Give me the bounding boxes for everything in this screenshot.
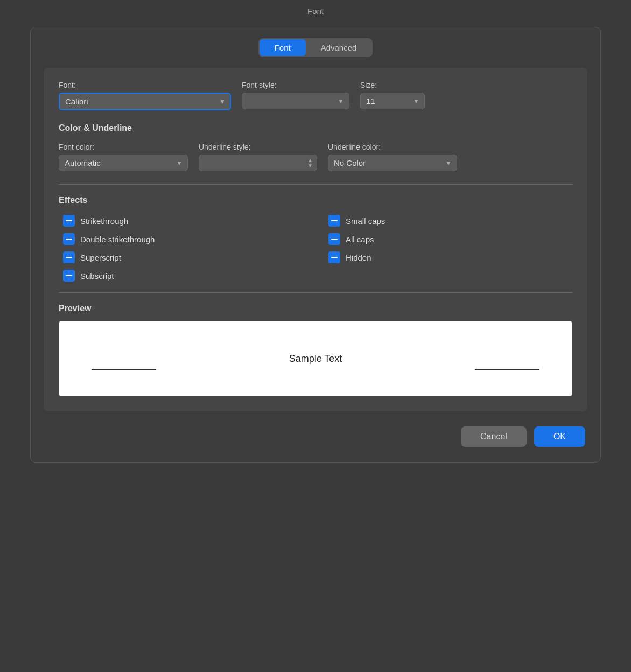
checkbox-double-strikethrough-icon xyxy=(63,233,75,245)
checkbox-all-caps[interactable]: All caps xyxy=(328,233,572,245)
font-style-select[interactable] xyxy=(242,93,349,109)
font-field-group: Font: Calibri ▼ xyxy=(59,81,231,110)
font-color-select-wrapper: Automatic ▼ xyxy=(59,155,188,171)
size-label: Size: xyxy=(360,81,425,89)
tab-group: Font Advanced xyxy=(258,38,373,57)
checkbox-dash xyxy=(66,220,72,221)
underline-color-select-wrapper: No Color ▼ xyxy=(328,155,457,171)
underline-style-group: Underline style: ▲ ▼ xyxy=(199,143,317,171)
checkbox-hidden-label: Hidden xyxy=(346,253,371,262)
checkbox-small-caps-icon xyxy=(328,215,340,227)
dialog-title: Font xyxy=(307,6,324,16)
underline-color-group: Underline color: No Color ▼ xyxy=(328,143,457,171)
effects-grid: Strikethrough Small caps Double striketh… xyxy=(63,215,572,282)
checkbox-dash xyxy=(331,257,338,258)
preview-sample-text: Sample Text xyxy=(289,353,342,365)
font-select-wrapper: Calibri ▼ xyxy=(59,93,231,110)
font-color-select[interactable]: Automatic xyxy=(59,155,188,171)
tab-advanced[interactable]: Advanced xyxy=(306,39,372,56)
preview-line-right xyxy=(475,369,539,370)
size-select[interactable]: 11 xyxy=(360,93,425,109)
tab-font[interactable]: Font xyxy=(260,39,306,56)
font-color-label: Font color: xyxy=(59,143,188,151)
tab-bar: Font Advanced xyxy=(44,38,587,57)
font-select[interactable]: Calibri xyxy=(59,93,231,110)
checkbox-dash xyxy=(66,257,72,258)
font-style-label: Font style: xyxy=(242,81,349,89)
underline-color-select[interactable]: No Color xyxy=(328,155,457,171)
underline-color-label: Underline color: xyxy=(328,143,457,151)
cancel-button[interactable]: Cancel xyxy=(461,426,527,447)
checkbox-dash xyxy=(331,220,338,221)
font-style-field-group: Font style: ▼ xyxy=(242,81,349,109)
main-panel: Font: Calibri ▼ Font style: ▼ xyxy=(44,68,587,411)
divider-preview xyxy=(59,292,572,293)
checkbox-small-caps[interactable]: Small caps xyxy=(328,215,572,227)
divider-effects xyxy=(59,184,572,185)
footer-buttons: Cancel OK xyxy=(44,426,587,447)
font-label: Font: xyxy=(59,81,231,89)
preview-box: Sample Text xyxy=(59,321,572,396)
font-fields-row: Font: Calibri ▼ Font style: ▼ xyxy=(59,81,572,110)
checkbox-dash xyxy=(66,275,72,276)
color-underline-row: Font color: Automatic ▼ Underline style:… xyxy=(59,143,572,171)
preview-title: Preview xyxy=(59,304,572,313)
font-style-select-wrapper: ▼ xyxy=(242,93,349,109)
checkbox-subscript[interactable]: Subscript xyxy=(63,270,307,282)
underline-style-select-wrapper: ▲ ▼ xyxy=(199,155,317,171)
checkbox-all-caps-label: All caps xyxy=(346,235,374,244)
checkbox-superscript[interactable]: Superscript xyxy=(63,251,307,263)
font-dialog: Font Advanced Font: Calibri ▼ Font style… xyxy=(30,27,601,463)
checkbox-double-strikethrough[interactable]: Double strikethrough xyxy=(63,233,307,245)
checkbox-superscript-label: Superscript xyxy=(80,253,121,262)
checkbox-small-caps-label: Small caps xyxy=(346,216,385,226)
font-color-group: Font color: Automatic ▼ xyxy=(59,143,188,171)
preview-line-left xyxy=(92,369,156,370)
checkbox-superscript-icon xyxy=(63,251,75,263)
checkbox-strikethrough[interactable]: Strikethrough xyxy=(63,215,307,227)
title-bar: Font xyxy=(0,0,631,22)
color-underline-title: Color & Underline xyxy=(59,123,572,133)
ok-button[interactable]: OK xyxy=(534,426,585,447)
underline-style-label: Underline style: xyxy=(199,143,317,151)
checkbox-subscript-icon xyxy=(63,270,75,282)
checkbox-double-strikethrough-label: Double strikethrough xyxy=(80,235,155,244)
checkbox-strikethrough-label: Strikethrough xyxy=(80,216,128,226)
preview-section: Preview Sample Text xyxy=(59,304,572,396)
effects-title: Effects xyxy=(59,195,572,205)
underline-style-select[interactable] xyxy=(199,155,317,171)
size-select-wrapper: 11 ▼ xyxy=(360,93,425,109)
checkbox-dash xyxy=(66,239,72,240)
checkbox-all-caps-icon xyxy=(328,233,340,245)
checkbox-strikethrough-icon xyxy=(63,215,75,227)
size-field-group: Size: 11 ▼ xyxy=(360,81,425,109)
checkbox-hidden[interactable]: Hidden xyxy=(328,251,572,263)
checkbox-dash xyxy=(331,239,338,240)
checkbox-hidden-icon xyxy=(328,251,340,263)
checkbox-subscript-label: Subscript xyxy=(80,271,114,281)
